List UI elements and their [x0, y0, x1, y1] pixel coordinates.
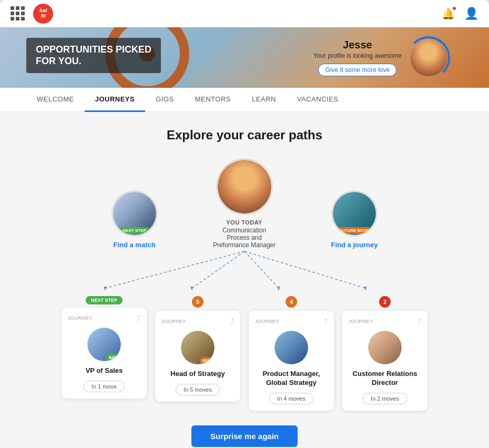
journey-card-wrap-1: NEXT STEP JOURNEY ⤴ 84% VP of Sales	[62, 296, 147, 411]
card3-avatar[interactable]	[274, 331, 308, 364]
hero-profile: Jesse Your profile is looking awesome Gi…	[313, 27, 447, 88]
nav-welcome[interactable]: WELCOME	[26, 88, 85, 112]
top-bar-left: fuel50	[11, 4, 53, 24]
nav-gigs[interactable]: GIGS	[145, 88, 185, 112]
surprise-section: Surprise me again	[191, 425, 298, 448]
svg-marker-6	[277, 287, 280, 291]
hero-banner: OPPORTUNITIES PICKEDFOR YOU. Jesse Your …	[0, 27, 489, 88]
top-bar: fuel50 🔔 👤	[0, 0, 489, 27]
card2-title: Head of Strategy	[170, 370, 225, 379]
card2-avatar[interactable]: 65%	[181, 331, 215, 364]
journey-card-wrap-3: 4 JOURNEY ⤴ Product Manager, Global Stra…	[249, 296, 334, 411]
grid-menu-icon[interactable]	[11, 6, 25, 21]
hero-profile-subtitle: Your profile is looking awesome	[313, 52, 402, 59]
top-bar-right: 🔔 👤	[442, 7, 478, 21]
find-a-journey-node: FUTURE MOVE Find a journey	[331, 190, 378, 249]
journey-card-3: JOURNEY ⤴ Product Manager, Global Strate…	[249, 311, 334, 411]
svg-line-3	[244, 251, 365, 288]
nav-learn[interactable]: LEARN	[241, 88, 287, 112]
card1-share-icon[interactable]: ⤴	[137, 314, 140, 322]
next-step-badge: NEXT STEP	[119, 227, 149, 234]
journey-cards-row: NEXT STEP JOURNEY ⤴ 84% VP of Sales	[11, 296, 478, 411]
card2-header: JOURNEY ⤴	[161, 317, 234, 325]
card2-share-icon[interactable]: ⤴	[230, 317, 234, 325]
top-nodes-row: NEXT STEP Find a match YOU TODAY Communi…	[111, 158, 378, 249]
find-match-circle[interactable]: NEXT STEP	[111, 190, 158, 237]
main-content: Explore your career paths NEXT STEP Find…	[0, 112, 489, 448]
card1-percent: 84%	[106, 354, 121, 361]
you-today-label: YOU TODAY	[226, 219, 262, 226]
card2-percent: 65%	[200, 357, 215, 364]
future-move-badge: FUTURE MOVE	[335, 227, 373, 234]
card4-journey-label: JOURNEY	[349, 319, 373, 324]
notifications-icon[interactable]: 🔔	[442, 7, 455, 20]
find-a-match-node: NEXT STEP Find a match	[111, 190, 158, 249]
love-button[interactable]: Give it some more love	[318, 64, 396, 76]
svg-line-1	[192, 251, 244, 288]
journey-card-2: JOURNEY ⤴ 65% Head of Strategy In 5 move…	[155, 311, 240, 402]
card3-title: Product Manager, Global Strategy	[255, 370, 328, 388]
surprise-button[interactable]: Surprise me again	[191, 425, 298, 447]
card4-top-badge: 2	[379, 296, 391, 308]
card3-journey-label: JOURNEY	[255, 319, 280, 324]
app-logo[interactable]: fuel50	[33, 4, 53, 24]
avatar-ring	[407, 36, 450, 79]
card1-title: VP of Sales	[86, 366, 123, 375]
card3-top-badge: 4	[286, 296, 297, 308]
card2-journey-label: JOURNEY	[161, 319, 186, 324]
find-journey-label[interactable]: Find a journey	[331, 241, 378, 249]
you-today-circle	[216, 158, 273, 215]
find-journey-circle[interactable]: FUTURE MOVE	[331, 190, 378, 237]
card3-share-icon[interactable]: ⤴	[324, 317, 328, 325]
svg-marker-5	[190, 287, 193, 291]
nav-bar: WELCOME JOURNEYS GIGS MENTORS LEARN VACA…	[0, 88, 489, 112]
you-today-title: Communication Process and Preformance Ma…	[210, 227, 279, 249]
card3-header: JOURNEY ⤴	[255, 317, 328, 325]
journey-cards-section: NEXT STEP JOURNEY ⤴ 84% VP of Sales	[11, 296, 478, 411]
hero-text-box: OPPORTUNITIES PICKEDFOR YOU.	[26, 38, 161, 73]
connector-lines	[60, 249, 429, 291]
svg-line-0	[105, 251, 244, 288]
card4-avatar[interactable]	[368, 331, 402, 364]
card1-moves-btn[interactable]: In 1 move	[84, 381, 125, 392]
nav-mentors[interactable]: MENTORS	[185, 88, 241, 112]
card1-top-badge: NEXT STEP	[86, 296, 123, 304]
journey-card-4: JOURNEY ⤴ Customer Relations Director In…	[342, 311, 427, 411]
journey-card-wrap-2: 5 JOURNEY ⤴ 65% Head of Strategy I	[155, 296, 240, 411]
card2-top-badge: 5	[192, 296, 203, 308]
card1-header: JOURNEY ⤴	[68, 314, 140, 322]
card4-share-icon[interactable]: ⤴	[417, 317, 421, 325]
journey-card-1: JOURNEY ⤴ 84% VP of Sales In 1 move	[62, 308, 147, 399]
hero-user-name: Jesse	[313, 39, 402, 51]
card2-moves-btn[interactable]: In 5 moves	[176, 384, 220, 395]
card4-title: Customer Relations Director	[349, 370, 421, 388]
card4-moves-btn[interactable]: In 2 moves	[363, 393, 407, 404]
card1-avatar[interactable]: 84%	[87, 328, 121, 361]
you-today-node: YOU TODAY Communication Process and Pref…	[210, 158, 279, 249]
notification-badge	[452, 6, 457, 11]
user-profile-icon[interactable]: 👤	[464, 7, 478, 21]
svg-marker-7	[364, 287, 367, 291]
card4-header: JOURNEY ⤴	[349, 317, 421, 325]
career-graph: NEXT STEP Find a match YOU TODAY Communi…	[11, 158, 478, 448]
svg-line-2	[244, 251, 279, 288]
nav-journeys[interactable]: JOURNEYS	[85, 88, 146, 112]
section-title: Explore your career paths	[11, 128, 478, 142]
nav-vacancies[interactable]: VACANCIES	[287, 88, 349, 112]
svg-marker-4	[104, 287, 107, 291]
card1-journey-label: JOURNEY	[68, 315, 93, 321]
card3-moves-btn[interactable]: In 4 moves	[269, 393, 313, 404]
connector-svg	[60, 249, 429, 291]
hero-profile-text: Jesse Your profile is looking awesome Gi…	[313, 39, 402, 76]
find-match-label[interactable]: Find a match	[113, 241, 155, 249]
hero-title: OPPORTUNITIES PICKEDFOR YOU.	[36, 44, 151, 67]
hero-avatar-wrap	[410, 39, 447, 76]
journey-card-wrap-4: 2 JOURNEY ⤴ Customer Relations Director …	[342, 296, 427, 411]
